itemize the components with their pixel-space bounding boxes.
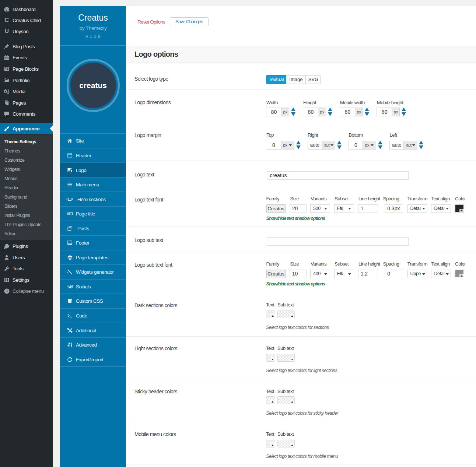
- svg-text:A: A: [69, 284, 72, 289]
